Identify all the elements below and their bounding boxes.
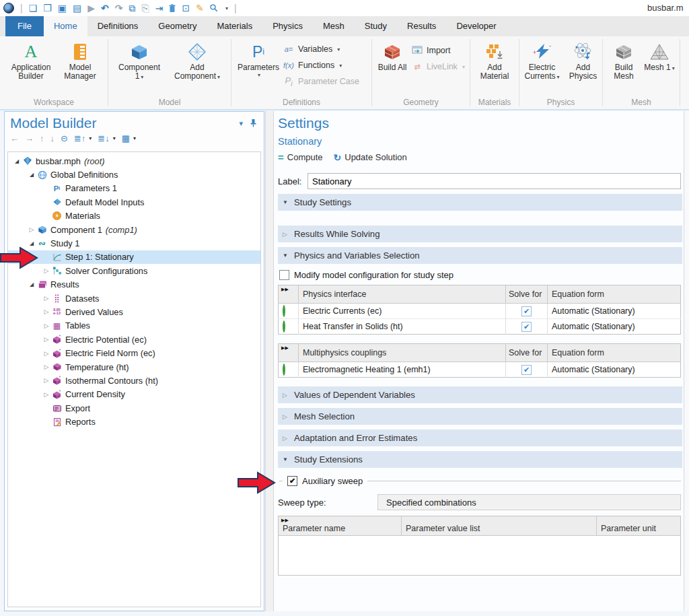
chevron-down-icon[interactable]: ▾	[89, 135, 92, 141]
collapse-arrow-icon[interactable]: ▷	[27, 226, 36, 233]
application-builder-button[interactable]: A Application Builder	[5, 40, 57, 81]
tab-geometry[interactable]: Geometry	[148, 16, 207, 36]
delete-icon[interactable]	[169, 4, 176, 13]
table-row[interactable]: Heat Transfer in Solids (ht) ✔ Automatic…	[279, 319, 681, 335]
parameter-case-button[interactable]: Pi Parameter Case	[283, 75, 359, 88]
mesh-1-button[interactable]: Mesh 1▾	[643, 40, 676, 73]
tab-materials[interactable]: Materials	[207, 16, 262, 36]
table-row[interactable]: Electric Currents (ec) ✔ Automatic (Stat…	[279, 304, 681, 319]
tree-item-isothermal-contours[interactable]: ▷ * Isothermal Contours (ht)	[8, 374, 260, 387]
solve-for-checkbox[interactable]: ✔	[521, 306, 532, 316]
auxiliary-sweep-checkbox[interactable]: ✔	[287, 476, 297, 486]
add-physics-button[interactable]: Add Physics	[565, 40, 602, 81]
panel-menu-icon[interactable]: ▾	[239, 119, 243, 128]
tab-home[interactable]: Home	[44, 16, 87, 36]
functions-button[interactable]: f(x) Functions▾	[283, 59, 359, 72]
tree-item-derived-values[interactable]: ▷ 8.85e-12 Derived Values	[8, 305, 260, 318]
collapse-arrow-icon[interactable]: ▷	[42, 350, 51, 357]
compute-button[interactable]: =Compute	[278, 151, 323, 163]
tree-item-component-1[interactable]: ▷ Component 1(comp1)	[8, 223, 260, 236]
tree-item-parameters-1[interactable]: Pi Parameters 1	[8, 182, 260, 195]
tree-item-electric-potential[interactable]: ▷ * Electric Potential (ec)	[8, 333, 260, 346]
tree-item-datasets[interactable]: ▷ ⣿ Datasets	[8, 292, 260, 305]
move-columns-icon[interactable]: ▶▶	[281, 345, 289, 351]
redo-icon[interactable]: ↷	[115, 3, 123, 13]
tab-study[interactable]: Study	[355, 16, 397, 36]
collapse-all-icon[interactable]: ≣↑	[74, 133, 85, 143]
expand-arrow-icon[interactable]: ◢	[27, 240, 36, 246]
add-material-button[interactable]: Add Material	[472, 40, 517, 81]
tab-definitions[interactable]: Definitions	[87, 16, 149, 36]
component-1-button[interactable]: Component 1▾	[115, 40, 164, 81]
box-mark-icon[interactable]: ✎	[196, 3, 204, 13]
empty-table-body[interactable]	[279, 536, 681, 576]
tree-item-current-density[interactable]: ▷ * Current Density	[8, 388, 260, 401]
section-adaptation-and-error-estimates[interactable]: ▷ Adaptation and Error Estimates	[278, 430, 682, 446]
section-values-of-dependent-variables[interactable]: ▷ Values of Dependent Variables	[278, 386, 682, 403]
tree-item-results[interactable]: ◢ Results	[8, 278, 260, 292]
collapse-arrow-icon[interactable]: ▷	[42, 377, 51, 384]
chevron-down-icon[interactable]: ▾	[113, 135, 116, 141]
section-study-extensions[interactable]: ▼ Study Extensions	[278, 451, 682, 468]
section-physics-and-variables-selection[interactable]: ▼ Physics and Variables Selection	[278, 247, 682, 264]
build-all-button[interactable]: Build All	[375, 40, 410, 72]
tree-item-study-1[interactable]: ◢ ∾ Study 1	[8, 236, 260, 250]
expand-arrow-icon[interactable]: ◢	[27, 172, 36, 178]
variables-button[interactable]: a= Variables▾	[283, 42, 359, 56]
chevron-down-icon[interactable]: ▾	[225, 5, 228, 11]
tree-item-export[interactable]: Export	[8, 401, 260, 415]
save-image-icon[interactable]: ▤	[73, 3, 81, 13]
copy-icon[interactable]: ⧉	[129, 3, 135, 13]
tree-item-global-definitions[interactable]: ◢ Global Definitions	[8, 168, 260, 181]
section-mesh-selection[interactable]: ▷ Mesh Selection	[278, 408, 682, 425]
show-icon[interactable]: ⊝	[61, 133, 68, 143]
pin-icon[interactable]	[250, 118, 257, 129]
tree-item-temperature[interactable]: ▷ Temperature (ht)	[8, 360, 260, 374]
forward-icon[interactable]: →	[25, 133, 34, 143]
collapse-arrow-icon[interactable]: ▷	[42, 322, 51, 329]
tree-item-step-1-stationary[interactable]: Step 1: Stationary	[8, 250, 260, 264]
collapse-arrow-icon[interactable]: ▷	[42, 364, 51, 370]
update-solution-button[interactable]: ↻Update Solution	[334, 152, 407, 163]
tree-item-reports[interactable]: Reports	[8, 415, 260, 428]
tab-physics[interactable]: Physics	[262, 16, 313, 36]
tree-item-default-model-inputs[interactable]: Default Model Inputs	[8, 195, 260, 209]
tree-item-solver-configurations[interactable]: ▷ Solver Configurations	[8, 264, 260, 277]
back-icon[interactable]: ←	[10, 133, 19, 143]
tree-item-electric-field-norm[interactable]: ▷ * Electric Field Norm (ec)	[8, 346, 260, 360]
tree-item-materials[interactable]: Materials	[8, 209, 260, 223]
move-up-icon[interactable]: ↑	[40, 133, 44, 143]
box-select-icon[interactable]: ⊡	[182, 3, 190, 13]
chevron-down-icon[interactable]: ▾	[133, 135, 136, 141]
tree-item-tables[interactable]: ▷ ▦ Tables	[8, 319, 260, 333]
parameters-button[interactable]: Pi Parameters ▾	[235, 40, 281, 78]
move-down-icon[interactable]: ↓	[50, 133, 55, 143]
model-tree-nodes-icon[interactable]: ▦	[122, 133, 130, 143]
new-file-icon[interactable]: ❏	[29, 3, 38, 13]
tab-results[interactable]: Results	[397, 16, 446, 36]
electric-currents-button[interactable]: +- Electric Currents▾	[521, 40, 564, 81]
duplicate-icon[interactable]: ⇥	[155, 3, 164, 13]
collapse-arrow-icon[interactable]: ▷	[42, 308, 51, 315]
sweep-type-dropdown[interactable]: Specified combinations	[377, 494, 681, 510]
collapse-arrow-icon[interactable]: ▷	[42, 295, 51, 302]
section-results-while-solving[interactable]: ▷ Results While Solving	[278, 226, 682, 242]
box-zoom-icon[interactable]	[210, 4, 218, 12]
build-mesh-button[interactable]: Build Mesh	[606, 40, 641, 81]
tab-developer[interactable]: Developer	[446, 16, 506, 36]
solve-for-checkbox[interactable]: ✔	[521, 322, 532, 332]
move-columns-icon[interactable]: ▶▶	[281, 287, 289, 292]
tree-item-root[interactable]: ◢ busbar.mph(root)	[8, 154, 260, 168]
expand-arrow-icon[interactable]: ◢	[12, 158, 22, 164]
run-icon[interactable]: ▶	[87, 3, 95, 13]
tab-mesh[interactable]: Mesh	[313, 16, 355, 36]
panel-resize-handle[interactable]	[265, 111, 274, 611]
undo-icon[interactable]: ↶	[101, 3, 109, 13]
move-columns-icon[interactable]: ▶▶	[281, 518, 289, 523]
collapse-arrow-icon[interactable]: ▷	[42, 267, 51, 274]
expand-arrow-icon[interactable]: ◢	[27, 281, 36, 287]
paste-icon[interactable]: ⎘	[141, 3, 149, 13]
table-row[interactable]: Electromagnetic Heating 1 (emh1) ✔ Autom…	[279, 362, 681, 378]
save-icon[interactable]: ▣	[58, 3, 67, 13]
model-manager-button[interactable]: Model Manager	[58, 40, 102, 81]
